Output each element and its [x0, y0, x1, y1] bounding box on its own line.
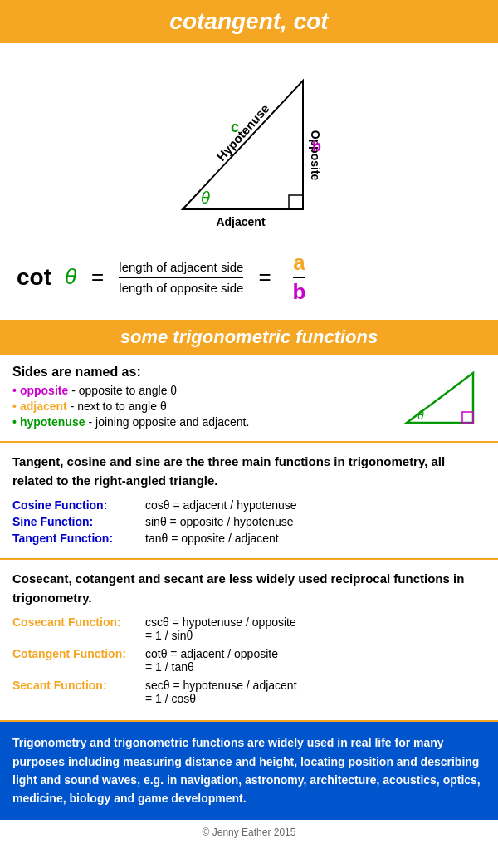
small-triangle-svg: θ [403, 365, 486, 427]
cosine-function-name: Cosine Function: [12, 498, 145, 512]
small-theta-label: θ [417, 409, 424, 422]
cosecant-name: Cosecant Function: [12, 615, 145, 629]
footer: © Jenny Eather 2015 [0, 820, 498, 845]
trig-functions-header: some trigonometric functions [0, 320, 498, 355]
formula-equals1: = [91, 264, 104, 290]
sides-section: Sides are named as: • opposite - opposit… [0, 355, 498, 443]
theta-angle-label: θ [201, 189, 210, 207]
reciprocal-section: Cosecant, cotangent and secant are less … [0, 560, 498, 722]
formula-theta: θ [65, 264, 76, 290]
triangle-section: Hypotenuse c Opposite b Adjacent a θ [0, 43, 498, 243]
formula-b-label: b [293, 278, 306, 304]
tangent-function-formula: tanθ = opposite / adjacent [145, 532, 279, 545]
list-item: Sine Function: sinθ = opposite / hypoten… [12, 515, 486, 528]
opposite-name: opposite [20, 384, 68, 397]
cosecant-row2: = 1 / sinθ [145, 629, 486, 642]
svg-marker-2 [407, 373, 473, 423]
triangle-diagram: Hypotenuse c Opposite b Adjacent a θ [158, 64, 340, 230]
cot-label: cot [17, 264, 51, 291]
cosecant-row1: Cosecant Function: cscθ = hypotenuse / o… [12, 615, 486, 629]
bottom-text: Trigonometry and trigonometric functions… [12, 733, 486, 808]
adjacent-desc: - next to to angle θ [71, 400, 167, 413]
secant-formula1: secθ = hypotenuse / adjacent [145, 679, 297, 692]
list-item: Tangent Function: tanθ = opposite / adja… [12, 532, 486, 545]
formula-a-label: a [293, 251, 305, 278]
opposite-desc: - opposite to angle θ [71, 384, 177, 397]
list-item: Secant Function: secθ = hypotenuse / adj… [12, 679, 486, 705]
bottom-section: Trigonometry and trigonometric functions… [0, 722, 498, 820]
adjacent-bullet: • [12, 400, 17, 413]
secant-name: Secant Function: [12, 679, 145, 692]
cosecant-formula2: = 1 / sinθ [145, 629, 193, 642]
hypotenuse-name: hypotenuse [20, 415, 85, 429]
reciprocal-intro: Cosecant, cotangent and secant are less … [12, 570, 486, 607]
footer-text: © Jenny Eather 2015 [203, 826, 296, 838]
tangent-function-name: Tangent Function: [12, 532, 145, 545]
secant-formula2: = 1 / cosθ [145, 692, 196, 705]
c-label: c [231, 119, 239, 135]
cotangent-row1: Cotangent Function: cotθ = adjacent / op… [12, 647, 486, 660]
trig-functions-title: some trigonometric functions [0, 326, 498, 348]
secant-row2: = 1 / cosθ [145, 692, 486, 705]
header: cotangent, cot [0, 0, 498, 43]
main-trig-intro: Tangent, cosine and sine are the three m… [12, 453, 486, 490]
opposite-bullet: • [12, 384, 17, 397]
cosecant-formula1: cscθ = hypotenuse / opposite [145, 615, 296, 629]
cotangent-formula1: cotθ = adjacent / opposite [145, 647, 278, 660]
sides-title: Sides are named as: [12, 365, 394, 380]
main-trig-section: Tangent, cosine and sine are the three m… [0, 443, 498, 560]
list-item: Cotangent Function: cotθ = adjacent / op… [12, 647, 486, 674]
b-label: b [312, 138, 321, 154]
formula-fraction: length of adjacent side length of opposi… [119, 260, 243, 295]
hypotenuse-bullet: • [12, 415, 17, 429]
list-item: • adjacent - next to to angle θ [12, 400, 394, 413]
cosine-function-formula: cosθ = adjacent / hypotenuse [145, 498, 297, 512]
adjacent-name: adjacent [20, 400, 67, 413]
a-label: a [237, 227, 246, 230]
hypotenuse-desc: - joining opposite and adjacent. [88, 415, 249, 429]
list-item: Cosecant Function: cscθ = hypotenuse / o… [12, 615, 486, 642]
secant-row1: Secant Function: secθ = hypotenuse / adj… [12, 679, 486, 692]
formula-ab: a b [293, 251, 306, 303]
sides-text: Sides are named as: • opposite - opposit… [12, 365, 394, 431]
cotangent-formula2: = 1 / tanθ [145, 660, 194, 674]
formula-section: cot θ = length of adjacent side length o… [0, 243, 498, 320]
cotangent-name: Cotangent Function: [12, 647, 145, 660]
list-item: Cosine Function: cosθ = adjacent / hypot… [12, 498, 486, 512]
list-item: • opposite - opposite to angle θ [12, 384, 394, 397]
list-item: • hypotenuse - joining opposite and adja… [12, 415, 394, 429]
sine-function-name: Sine Function: [12, 515, 145, 528]
page-title: cotangent, cot [0, 8, 498, 35]
fraction-numerator: length of adjacent side [119, 260, 243, 278]
formula-equals2: = [258, 264, 271, 290]
cotangent-row2: = 1 / tanθ [145, 660, 486, 674]
triangle-svg: Hypotenuse c Opposite b Adjacent a θ [158, 64, 340, 230]
sine-function-formula: sinθ = opposite / hypotenuse [145, 515, 294, 528]
fraction-denominator: length of opposite side [119, 278, 243, 295]
